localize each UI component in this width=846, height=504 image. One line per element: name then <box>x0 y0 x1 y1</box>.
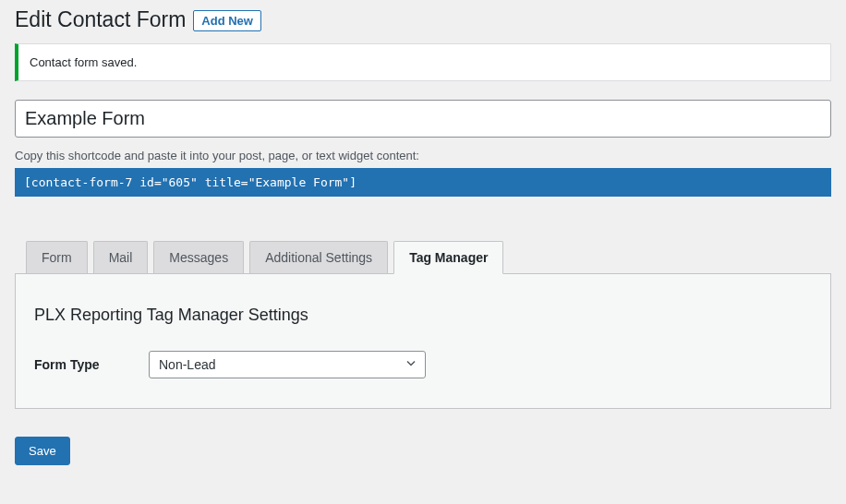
tab-additional-settings[interactable]: Additional Settings <box>249 241 388 273</box>
tag-manager-panel: PLX Reporting Tag Manager Settings Form … <box>15 273 831 409</box>
tab-form[interactable]: Form <box>26 241 88 273</box>
notice-saved: Contact form saved. <box>15 43 831 81</box>
form-type-label: Form Type <box>34 357 149 372</box>
form-title-input[interactable] <box>15 100 831 138</box>
tab-list: Form Mail Messages Additional Settings T… <box>15 241 831 273</box>
shortcode-label: Copy this shortcode and paste it into yo… <box>15 149 831 162</box>
page-title: Edit Contact Form <box>15 7 186 32</box>
save-button[interactable]: Save <box>15 437 70 465</box>
form-type-select[interactable]: Non-Lead <box>149 351 426 378</box>
notice-message: Contact form saved. <box>30 55 137 69</box>
add-new-button[interactable]: Add New <box>193 10 261 31</box>
panel-heading: PLX Reporting Tag Manager Settings <box>34 306 812 325</box>
tab-tag-manager[interactable]: Tag Manager <box>393 241 503 274</box>
tab-mail[interactable]: Mail <box>93 241 149 273</box>
tab-messages[interactable]: Messages <box>153 241 244 273</box>
shortcode-field[interactable] <box>15 168 831 197</box>
